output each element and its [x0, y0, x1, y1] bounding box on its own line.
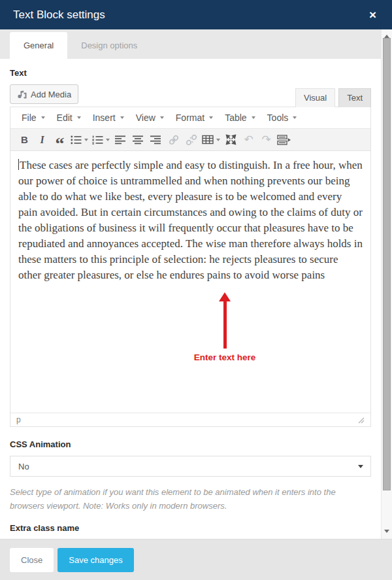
menu-insert[interactable]: Insert	[87, 109, 130, 127]
text-field-label: Text	[10, 68, 371, 78]
bullet-list-icon	[71, 135, 82, 145]
text-cursor	[18, 159, 19, 170]
menu-view[interactable]: View	[130, 109, 170, 127]
scrollbar-thumb[interactable]	[383, 38, 391, 490]
media-row: Add Media Visual Text	[10, 84, 371, 107]
general-panel: Text	[0, 59, 381, 539]
undo-icon: ↶	[244, 134, 253, 145]
toolbar-toggle-icon	[277, 135, 291, 145]
menu-format[interactable]: Format	[170, 109, 219, 127]
scroll-down-icon[interactable]	[382, 526, 392, 536]
extra-class-section: Extra class name	[10, 523, 371, 539]
blockquote-icon: “	[56, 141, 65, 146]
bold-icon: B	[21, 134, 28, 145]
text-block-settings-modal: Text Block settings × General Design opt…	[0, 0, 392, 580]
text-mode-tab[interactable]: Text	[338, 88, 371, 107]
css-animation-label: CSS Animation	[10, 439, 371, 449]
italic-icon: I	[40, 134, 44, 146]
editor-menubar: File Edit Insert View Format Table Tools	[10, 107, 370, 129]
vertical-scrollbar[interactable]	[381, 29, 392, 539]
chevron-down-icon	[293, 116, 297, 119]
chevron-down-icon	[209, 116, 213, 119]
align-right-icon	[150, 135, 161, 145]
chevron-down-icon	[216, 139, 220, 141]
redo-button[interactable]: ↷	[257, 131, 275, 148]
css-animation-select[interactable]: No	[10, 456, 371, 477]
resize-grip-icon[interactable]	[357, 416, 365, 424]
menu-file[interactable]: File	[16, 109, 51, 127]
arrow-up-icon	[219, 292, 231, 301]
blockquote-button[interactable]: “	[51, 131, 69, 148]
annotation-label: Enter text here	[182, 352, 268, 362]
add-media-button[interactable]: Add Media	[10, 84, 78, 104]
align-left-icon	[115, 135, 126, 145]
close-button[interactable]: Close	[10, 548, 54, 572]
rich-text-editor: File Edit Insert View Format Table Tools…	[10, 107, 371, 427]
menu-tools[interactable]: Tools	[261, 109, 303, 127]
settings-tabbar: General Design options	[0, 29, 381, 59]
link-button[interactable]	[165, 131, 182, 148]
italic-button[interactable]: I	[33, 131, 51, 148]
align-center-icon	[133, 135, 144, 145]
editor-mode-tabs: Visual Text	[292, 88, 371, 107]
numbered-list-button[interactable]	[90, 131, 112, 148]
element-path[interactable]: p	[16, 415, 21, 424]
editor-toolbar: B I “	[10, 129, 370, 151]
tab-design-options[interactable]: Design options	[67, 32, 151, 59]
chevron-down-icon	[252, 116, 255, 119]
chevron-down-icon	[106, 139, 110, 141]
modal-header: Text Block settings ×	[0, 0, 392, 29]
chevron-down-icon	[120, 116, 124, 119]
editor-content-area[interactable]: These cases are perfectly simple and eas…	[10, 151, 370, 413]
close-icon[interactable]: ×	[367, 7, 379, 22]
modal-body: General Design options Text	[0, 29, 392, 539]
css-animation-value: No	[18, 462, 29, 471]
save-changes-button[interactable]: Save changes	[57, 548, 133, 572]
menu-edit[interactable]: Edit	[51, 109, 87, 127]
undo-button[interactable]: ↶	[240, 131, 257, 148]
extra-class-label: Extra class name	[10, 523, 371, 533]
chevron-down-icon	[77, 116, 81, 119]
bullet-list-button[interactable]	[69, 131, 90, 148]
visual-mode-tab[interactable]: Visual	[295, 88, 335, 107]
modal-footer: Close Save changes	[0, 539, 392, 580]
link-icon	[167, 134, 180, 146]
toolbar-toggle-button[interactable]	[275, 131, 293, 148]
modal-title: Text Block settings	[13, 9, 367, 22]
editor-statusbar: p	[10, 413, 370, 426]
add-media-label: Add Media	[31, 90, 71, 99]
align-right-button[interactable]	[147, 131, 165, 148]
tab-general[interactable]: General	[10, 32, 67, 59]
menu-table[interactable]: Table	[219, 109, 261, 127]
chevron-down-icon	[84, 139, 88, 141]
unlink-button[interactable]	[182, 131, 200, 148]
scroll-content: General Design options Text	[0, 29, 381, 539]
align-left-button[interactable]	[112, 131, 129, 148]
css-animation-description: Select type of animation if you want thi…	[10, 485, 371, 513]
numbered-list-icon	[92, 135, 103, 145]
media-icon	[17, 90, 27, 99]
table-icon	[202, 135, 214, 145]
select-caret-icon	[358, 465, 363, 468]
fullscreen-button[interactable]	[222, 131, 240, 148]
bold-button[interactable]: B	[16, 131, 33, 148]
paragraph: These cases are perfectly simple and eas…	[18, 158, 363, 283]
chevron-down-icon	[41, 116, 45, 119]
chevron-down-icon	[160, 116, 164, 119]
arrow-stem	[223, 301, 227, 349]
redo-icon: ↷	[261, 134, 270, 145]
unlink-icon	[185, 134, 198, 146]
table-button[interactable]	[200, 131, 222, 148]
fullscreen-icon	[225, 134, 237, 145]
annotation: Enter text here	[182, 292, 268, 362]
align-center-button[interactable]	[129, 131, 147, 148]
